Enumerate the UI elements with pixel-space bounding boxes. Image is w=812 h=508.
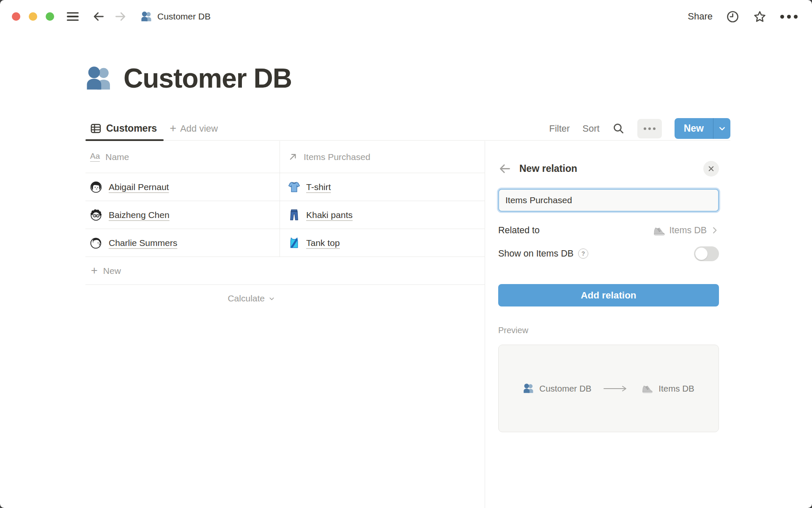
calculate-button[interactable]: Calculate (85, 285, 280, 312)
relation-name-input[interactable] (498, 189, 719, 212)
busts-in-silhouette-icon (140, 11, 152, 22)
show-on-toggle[interactable] (694, 246, 719, 261)
relation-link: T-shirt (306, 182, 331, 192)
relation-property-icon (288, 152, 298, 162)
share-button[interactable]: Share (688, 11, 713, 22)
relation-arrow-icon (603, 385, 629, 392)
new-button-dropdown[interactable] (713, 118, 730, 139)
preview-target-label: Items DB (658, 384, 694, 394)
table-row: Baizheng Chen Khaki pants (85, 201, 485, 229)
t-shirt-icon (288, 180, 301, 193)
new-record-split-button: New (675, 118, 730, 139)
panel-title: New relation (519, 163, 577, 174)
toggle-knob (695, 248, 708, 260)
panel-back-icon[interactable] (498, 162, 511, 175)
running-shirt-icon (288, 236, 301, 249)
running-shoe-icon (653, 224, 666, 237)
column-header-name[interactable]: Aa Name (85, 141, 280, 173)
column-label: Name (105, 152, 129, 162)
related-to-row[interactable]: Related to Items DB (498, 221, 719, 240)
panel-close-button[interactable] (703, 161, 719, 177)
close-window-button[interactable] (12, 12, 20, 21)
view-options-icon[interactable] (637, 119, 662, 138)
search-icon[interactable] (612, 122, 625, 135)
table-view: Aa Name Items Purchased Abigail Pernaut (0, 141, 485, 508)
table-header-row: Aa Name Items Purchased (85, 141, 485, 173)
row-relation-cell[interactable]: Khaki pants (280, 201, 485, 229)
add-view-label: Add view (180, 123, 218, 134)
plus-icon: + (91, 265, 98, 276)
updates-clock-icon[interactable] (726, 10, 739, 23)
calculate-label: Calculate (228, 293, 265, 304)
new-row-button[interactable]: + New (85, 257, 485, 285)
related-to-value: Items DB (669, 225, 707, 236)
avatar-woman-bob (90, 181, 102, 193)
jeans-icon (288, 208, 301, 221)
table-view-icon (90, 123, 102, 134)
breadcrumb[interactable]: Customer DB (140, 11, 211, 22)
plus-icon: + (170, 123, 176, 134)
chevron-down-icon (718, 124, 727, 133)
relation-link: Khaki pants (306, 210, 353, 220)
row-name-link: Baizheng Chen (109, 210, 170, 220)
row-relation-cell[interactable]: Tank top (280, 229, 485, 257)
sidebar-menu-icon[interactable] (67, 12, 79, 21)
window-controls (12, 12, 54, 21)
new-row-label: New (103, 266, 121, 276)
column-header-items-purchased[interactable]: Items Purchased (280, 141, 485, 173)
favorite-star-icon[interactable] (753, 10, 767, 24)
page-icon-busts-in-silhouette[interactable] (85, 64, 112, 92)
back-icon[interactable] (92, 10, 105, 23)
new-relation-panel: New relation Related to Items DB Show (485, 141, 812, 508)
minimize-window-button[interactable] (29, 12, 37, 21)
avatar-man-curly-glasses (90, 209, 102, 221)
table-row: Charlie Summers Tank top (85, 229, 485, 257)
breadcrumb-title: Customer DB (157, 11, 211, 22)
add-view-button[interactable]: + Add view (170, 123, 218, 134)
row-relation-cell[interactable]: T-shirt (280, 173, 485, 201)
row-name-cell[interactable]: Baizheng Chen (85, 201, 280, 229)
row-name-cell[interactable]: Abigail Pernaut (85, 173, 280, 201)
relation-link: Tank top (306, 238, 340, 248)
row-name-link: Charlie Summers (109, 238, 177, 248)
preview-source-label: Customer DB (539, 384, 591, 394)
avatar-person-profile (90, 237, 102, 249)
close-icon (707, 165, 715, 173)
view-toolbar: Customers + Add view Filter Sort New (85, 117, 730, 141)
busts-in-silhouette-icon (523, 383, 534, 394)
running-shoe-icon (641, 382, 653, 395)
tab-label: Customers (106, 123, 157, 134)
preview-box: Customer DB Items DB (498, 345, 719, 432)
row-name-cell[interactable]: Charlie Summers (85, 229, 280, 257)
preview-label: Preview (498, 326, 719, 335)
show-on-row: Show on Items DB ? (498, 244, 719, 263)
page-title: Customer DB (123, 63, 292, 94)
titlebar: Customer DB Share (0, 0, 812, 33)
page-header: Customer DB (85, 63, 292, 94)
title-property-icon: Aa (90, 152, 100, 162)
row-name-link: Abigail Pernaut (109, 182, 169, 192)
show-on-label: Show on Items DB (498, 248, 573, 259)
add-relation-button[interactable]: Add relation (498, 284, 719, 306)
chevron-right-icon (710, 226, 719, 235)
help-icon[interactable]: ? (578, 248, 588, 259)
more-options-icon[interactable] (780, 15, 798, 19)
new-button[interactable]: New (675, 118, 713, 139)
zoom-window-button[interactable] (46, 12, 54, 21)
sort-button[interactable]: Sort (582, 123, 599, 134)
tab-customers[interactable]: Customers (85, 117, 164, 140)
add-relation-label: Add relation (581, 290, 636, 301)
forward-icon[interactable] (114, 10, 127, 23)
related-to-label: Related to (498, 225, 540, 236)
column-label: Items Purchased (304, 152, 370, 162)
table-row: Abigail Pernaut T-shirt (85, 173, 485, 201)
notion-window: Customer DB Share Customer DB Customers … (0, 0, 812, 508)
filter-button[interactable]: Filter (549, 123, 570, 134)
chevron-down-icon (268, 295, 275, 302)
